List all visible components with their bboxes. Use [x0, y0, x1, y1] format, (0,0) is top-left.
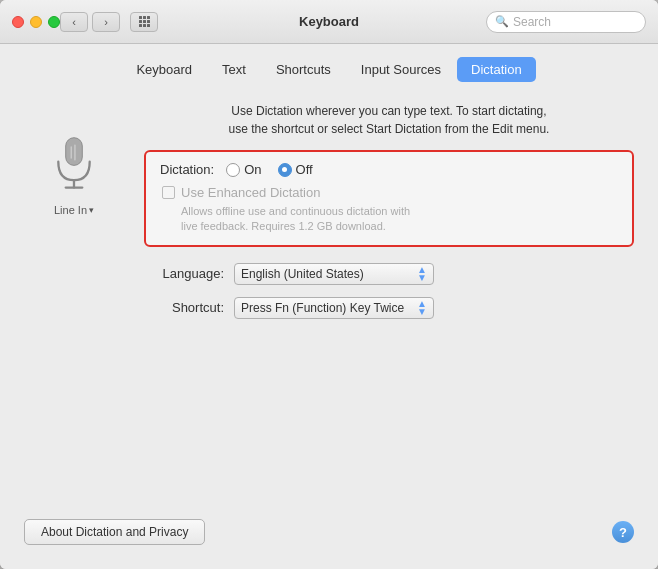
- content-area: Line In ▾ Use Dictation wherever you can…: [0, 82, 658, 569]
- back-button[interactable]: ‹: [60, 12, 88, 32]
- tabbar: Keyboard Text Shortcuts Input Sources Di…: [0, 44, 658, 82]
- search-placeholder: Search: [513, 15, 551, 29]
- shortcut-label: Shortcut:: [144, 300, 224, 315]
- minimize-button[interactable]: [30, 16, 42, 28]
- enhanced-row: Use Enhanced Dictation: [162, 185, 618, 200]
- tab-text[interactable]: Text: [208, 57, 260, 82]
- window-title: Keyboard: [299, 14, 359, 29]
- description-text: Use Dictation wherever you can type text…: [144, 102, 634, 138]
- microphone-icon: [42, 132, 106, 196]
- shortcut-value: Press Fn (Function) Key Twice: [241, 301, 404, 315]
- nav-buttons: ‹ ›: [60, 12, 120, 32]
- tab-keyboard[interactable]: Keyboard: [122, 57, 206, 82]
- language-dropdown[interactable]: English (United States) ▲ ▼: [234, 263, 434, 285]
- line-in-label: Line In: [54, 204, 87, 216]
- titlebar: ‹ › Keyboard 🔍 Search: [0, 0, 658, 44]
- help-button[interactable]: ?: [612, 521, 634, 543]
- close-button[interactable]: [12, 16, 24, 28]
- search-icon: 🔍: [495, 15, 509, 28]
- maximize-button[interactable]: [48, 16, 60, 28]
- svg-rect-0: [66, 138, 83, 166]
- dictation-label: Dictation:: [160, 162, 214, 177]
- enhanced-description: Allows offline use and continuous dictat…: [162, 204, 618, 235]
- right-panel: Use Dictation wherever you can type text…: [144, 102, 634, 511]
- about-dictation-button[interactable]: About Dictation and Privacy: [24, 519, 205, 545]
- radio-off-label: Off: [296, 162, 313, 177]
- tab-input-sources[interactable]: Input Sources: [347, 57, 455, 82]
- radio-on[interactable]: On: [226, 162, 261, 177]
- enhanced-checkbox[interactable]: [162, 186, 175, 199]
- help-icon: ?: [619, 525, 627, 540]
- enhanced-label: Use Enhanced Dictation: [181, 185, 320, 200]
- language-label: Language:: [144, 266, 224, 281]
- enhanced-section: Use Enhanced Dictation Allows offline us…: [160, 185, 618, 235]
- radio-off[interactable]: Off: [278, 162, 313, 177]
- dictation-radio-group: On Off: [226, 162, 312, 177]
- left-panel: Line In ▾: [24, 102, 124, 511]
- dictation-settings-box: Dictation: On Off: [144, 150, 634, 247]
- tab-dictation[interactable]: Dictation: [457, 57, 536, 82]
- radio-on-circle: [226, 163, 240, 177]
- bottom-bar: About Dictation and Privacy ?: [24, 511, 634, 549]
- shortcut-dropdown[interactable]: Press Fn (Function) Key Twice ▲ ▼: [234, 297, 434, 319]
- line-in-dropdown[interactable]: Line In ▾: [54, 204, 94, 216]
- grid-icon: [139, 16, 150, 27]
- enhanced-desc-line1: Allows offline use and continuous dictat…: [181, 205, 410, 217]
- shortcut-row: Shortcut: Press Fn (Function) Key Twice …: [144, 297, 634, 319]
- chevron-down-icon: ▾: [89, 205, 94, 215]
- radio-on-label: On: [244, 162, 261, 177]
- traffic-lights: [12, 16, 60, 28]
- shortcut-dropdown-arrow-icon: ▲ ▼: [417, 300, 427, 316]
- search-box[interactable]: 🔍 Search: [486, 11, 646, 33]
- main-area: Line In ▾ Use Dictation wherever you can…: [24, 102, 634, 511]
- language-value: English (United States): [241, 267, 364, 281]
- radio-off-circle: [278, 163, 292, 177]
- description-line2: use the shortcut or select Start Dictati…: [229, 122, 550, 136]
- forward-button[interactable]: ›: [92, 12, 120, 32]
- main-window: ‹ › Keyboard 🔍 Search Keyboard Text Shor…: [0, 0, 658, 569]
- description-line1: Use Dictation wherever you can type text…: [231, 104, 546, 118]
- enhanced-desc-line2: live feedback. Requires 1.2 GB download.: [181, 220, 386, 232]
- tab-shortcuts[interactable]: Shortcuts: [262, 57, 345, 82]
- dictation-toggle-row: Dictation: On Off: [160, 162, 618, 177]
- dropdown-arrow-icon: ▲ ▼: [417, 266, 427, 282]
- language-row: Language: English (United States) ▲ ▼: [144, 263, 634, 285]
- grid-button[interactable]: [130, 12, 158, 32]
